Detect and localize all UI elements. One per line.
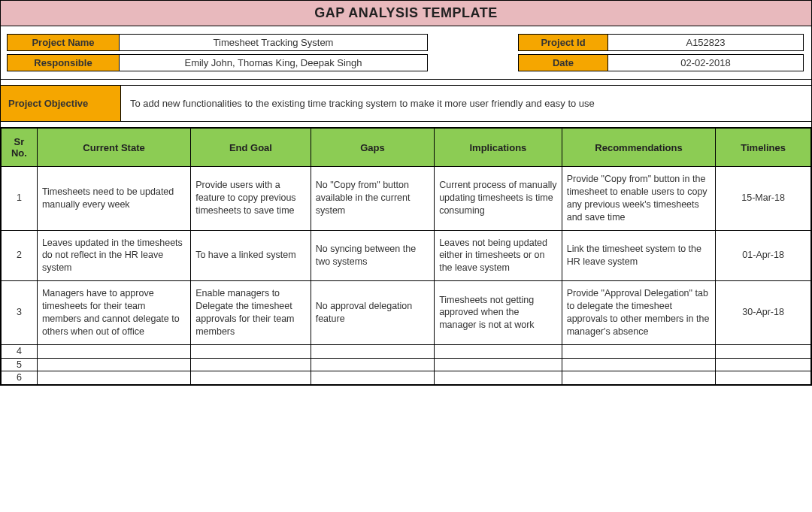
meta-section: Project Name Timesheet Tracking System P… — [1, 26, 811, 80]
project-id-value: A152823 — [608, 34, 804, 51]
header-implications: Implications — [435, 129, 562, 167]
project-id-label: Project Id — [518, 34, 608, 51]
cell-end-goal: Enable managers to Delegate the timeshee… — [191, 281, 311, 345]
document-container: GAP ANALYSIS TEMPLATE Project Name Times… — [0, 0, 812, 386]
responsible-label: Responsible — [7, 54, 120, 71]
date-value: 02-02-2018 — [608, 54, 804, 71]
responsible-group: Responsible Emily John, Thomas King, Dee… — [7, 54, 428, 71]
objective-value: To add new functionalities to the existi… — [121, 86, 811, 121]
cell-timelines: 15-Mar-18 — [716, 167, 811, 231]
header-gaps: Gaps — [311, 129, 434, 167]
table-row: 2Leaves updated in the timesheets do not… — [2, 230, 811, 281]
table-row: 3Managers have to approve timesheets for… — [2, 281, 811, 345]
cell-gaps — [311, 344, 434, 358]
table-row: 4 — [2, 344, 811, 358]
cell-current-state — [37, 358, 190, 371]
cell-current-state — [37, 371, 190, 385]
header-end-goal: End Goal — [191, 129, 311, 167]
cell-sr: 6 — [2, 371, 38, 385]
cell-recommendations — [562, 358, 716, 371]
cell-sr: 4 — [2, 344, 38, 358]
spacer-top — [1, 80, 811, 86]
table-row: 5 — [2, 358, 811, 371]
meta-row-2: Responsible Emily John, Thomas King, Dee… — [7, 54, 805, 71]
cell-implications — [435, 344, 562, 358]
cell-timelines — [716, 371, 811, 385]
responsible-value: Emily John, Thomas King, Deepak Singh — [120, 54, 428, 71]
date-group: Date 02-02-2018 — [518, 54, 804, 71]
cell-recommendations: Provide "Copy from" button in the timesh… — [562, 167, 716, 231]
cell-timelines: 30-Apr-18 — [716, 281, 811, 345]
cell-implications: Leaves not being updated either in times… — [435, 230, 562, 281]
cell-recommendations — [562, 344, 716, 358]
cell-end-goal: To have a linked system — [191, 230, 311, 281]
project-id-group: Project Id A152823 — [518, 34, 804, 51]
spacer-mid — [1, 122, 811, 128]
header-recommendations: Recommendations — [562, 129, 716, 167]
cell-gaps: No "Copy from" button available in the c… — [311, 167, 434, 231]
table-header-row: Sr No. Current State End Goal Gaps Impli… — [2, 129, 811, 167]
gap-table-body: 1Timesheets need to be updated manually … — [2, 167, 811, 385]
cell-implications: Current process of manually updating tim… — [435, 167, 562, 231]
header-current-state: Current State — [37, 129, 190, 167]
cell-sr: 5 — [2, 358, 38, 371]
cell-current-state: Leaves updated in the timesheets do not … — [37, 230, 190, 281]
cell-current-state: Timesheets need to be updated manually e… — [37, 167, 190, 231]
header-timelines: Timelines — [716, 129, 811, 167]
cell-recommendations: Link the timesheet system to the HR leav… — [562, 230, 716, 281]
table-row: 6 — [2, 371, 811, 385]
cell-end-goal: Provide users with a feature to copy pre… — [191, 167, 311, 231]
page-title: GAP ANALYSIS TEMPLATE — [1, 1, 811, 26]
cell-sr: 3 — [2, 281, 38, 345]
cell-end-goal — [191, 344, 311, 358]
cell-gaps: No approval delegation feature — [311, 281, 434, 345]
cell-implications — [435, 358, 562, 371]
project-name-group: Project Name Timesheet Tracking System — [7, 34, 428, 51]
project-name-value: Timesheet Tracking System — [120, 34, 428, 51]
cell-recommendations: Provide "Approval Delegation" tab to del… — [562, 281, 716, 345]
cell-timelines: 01-Apr-18 — [716, 230, 811, 281]
objective-row: Project Objective To add new functionali… — [1, 86, 811, 122]
gap-table: Sr No. Current State End Goal Gaps Impli… — [1, 128, 811, 385]
cell-implications: Timesheets not getting approved when the… — [435, 281, 562, 345]
objective-label: Project Objective — [1, 86, 121, 121]
cell-timelines — [716, 344, 811, 358]
cell-end-goal — [191, 371, 311, 385]
cell-sr: 2 — [2, 230, 38, 281]
cell-recommendations — [562, 371, 716, 385]
table-row: 1Timesheets need to be updated manually … — [2, 167, 811, 231]
cell-gaps — [311, 371, 434, 385]
cell-current-state — [37, 344, 190, 358]
cell-end-goal — [191, 358, 311, 371]
meta-row-1: Project Name Timesheet Tracking System P… — [7, 34, 805, 51]
cell-current-state: Managers have to approve timesheets for … — [37, 281, 190, 345]
cell-gaps — [311, 358, 434, 371]
cell-implications — [435, 371, 562, 385]
cell-gaps: No syncing between the two systems — [311, 230, 434, 281]
header-sr: Sr No. — [2, 129, 38, 167]
cell-sr: 1 — [2, 167, 38, 231]
cell-timelines — [716, 358, 811, 371]
date-label: Date — [518, 54, 608, 71]
project-name-label: Project Name — [7, 34, 120, 51]
